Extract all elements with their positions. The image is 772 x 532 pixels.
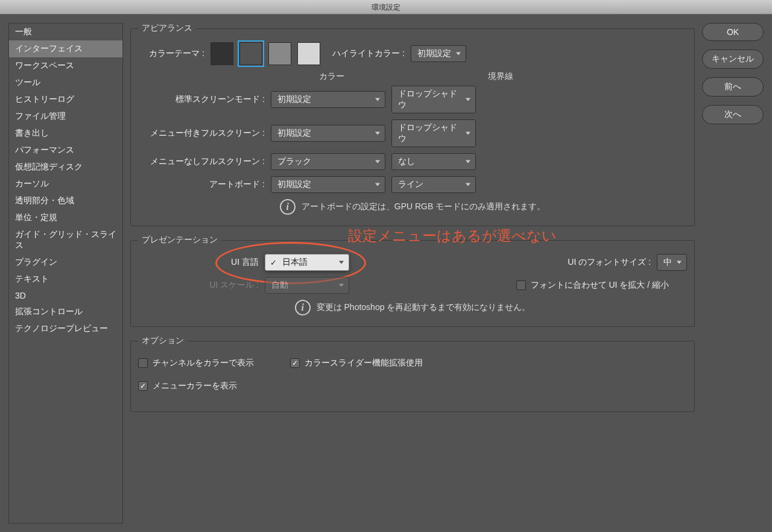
screen-mode-border-select[interactable]: ドロップシャドウ (391, 86, 476, 113)
color-slider-checkbox[interactable]: カラースライダー機能拡張使用 (290, 358, 423, 369)
restart-info-text: 変更は Photoshop を再起動するまで有効になりません。 (317, 302, 531, 313)
sidebar-item[interactable]: パフォーマンス (9, 142, 122, 159)
annotation-text: 設定メニューはあるが選べない (348, 226, 557, 245)
checkbox-icon (138, 381, 148, 391)
sidebar-item[interactable]: ファイル管理 (9, 108, 122, 125)
column-header-border: 境界線 (458, 71, 543, 82)
ok-button[interactable]: OK (702, 23, 764, 41)
sidebar-item[interactable]: ガイド・グリッド・スライス (9, 226, 122, 254)
sidebar-item[interactable]: テキスト (9, 271, 122, 288)
screen-mode-color-select[interactable]: 初期設定 (271, 125, 385, 142)
screen-mode-color-select[interactable]: 初期設定 (271, 176, 385, 193)
screen-mode-border-select[interactable]: ドロップシャドウ (391, 119, 476, 147)
screen-mode-label: アートボード : (138, 179, 265, 190)
presentation-group: プレゼンテーション 設定メニューはあるが選べない UI 言語 日本語 UI のフ… (130, 235, 695, 327)
options-group: オプション チャンネルをカラーで表示 カラースライダー機能拡張使用 メニューカラ… (130, 335, 695, 412)
ui-font-size-select[interactable]: 中 (657, 254, 687, 271)
category-sidebar: 一般インターフェイスワークスペースツールヒストリーログファイル管理書き出しパフォ… (8, 23, 123, 524)
menu-color-checkbox[interactable]: メニューカラーを表示 (138, 381, 237, 391)
sidebar-item[interactable]: 3D (9, 288, 122, 303)
scale-ui-to-font-checkbox[interactable]: フォントに合わせて UI を拡大 / 縮小 (516, 280, 669, 291)
sidebar-item[interactable]: ワークスペース (9, 57, 122, 74)
window-title: 環境設定 (372, 3, 400, 11)
color-theme-swatch[interactable] (210, 42, 233, 65)
sidebar-item[interactable]: ヒストリーログ (9, 91, 122, 108)
channel-color-checkbox[interactable]: チャンネルをカラーで表示 (138, 358, 254, 369)
screen-mode-label: 標準スクリーンモード : (138, 94, 265, 105)
sidebar-item[interactable]: ツール (9, 74, 122, 91)
sidebar-item[interactable]: テクノロジープレビュー (9, 320, 122, 337)
ui-language-label: UI 言語 (138, 257, 259, 268)
info-icon: i (280, 199, 296, 215)
menu-color-label: メニューカラーを表示 (153, 381, 237, 391)
column-header-color: カラー (274, 71, 389, 82)
next-button[interactable]: 次へ (702, 105, 764, 124)
presentation-legend: プレゼンテーション (138, 235, 221, 245)
sidebar-item[interactable]: インターフェイス (9, 40, 122, 57)
ui-scale-select: 自動 (265, 277, 349, 294)
ui-scale-label: UI スケール : (138, 280, 259, 291)
appearance-legend: アピアランス (138, 23, 196, 34)
info-icon: i (295, 300, 311, 315)
color-theme-swatch[interactable] (268, 42, 291, 65)
sidebar-item[interactable]: 透明部分・色域 (9, 192, 122, 209)
artboard-info-text: アートボードの設定は、GPU RGB モードにのみ適用されます。 (302, 201, 545, 212)
screen-mode-color-select[interactable]: ブラック (271, 153, 385, 170)
highlight-color-select[interactable]: 初期設定 (411, 45, 466, 62)
prev-button[interactable]: 前へ (702, 77, 764, 97)
options-legend: オプション (138, 335, 188, 346)
screen-mode-label: メニュー付きフルスクリーン : (138, 128, 265, 139)
sidebar-item[interactable]: プラグイン (9, 254, 122, 271)
screen-mode-label: メニューなしフルスクリーン : (138, 156, 265, 167)
color-theme-label: カラーテーマ : (138, 48, 204, 59)
screen-mode-border-select[interactable]: なし (391, 153, 476, 170)
sidebar-item[interactable]: 単位・定規 (9, 209, 122, 226)
checkbox-icon (138, 358, 148, 368)
color-slider-label: カラースライダー機能拡張使用 (305, 358, 423, 369)
scale-ui-to-font-label: フォントに合わせて UI を拡大 / 縮小 (531, 280, 669, 291)
ui-font-size-label: UI のフォントサイズ : (568, 257, 651, 268)
color-theme-swatch[interactable] (239, 42, 262, 65)
color-theme-swatch[interactable] (297, 42, 320, 65)
appearance-group: アピアランス カラーテーマ : ハイライトカラー : 初期設定 カラー 境界線 … (130, 23, 695, 226)
screen-mode-color-select[interactable]: 初期設定 (271, 91, 385, 108)
sidebar-item[interactable]: 書き出し (9, 125, 122, 142)
sidebar-item[interactable]: 一般 (9, 24, 122, 40)
title-bar: 環境設定 (0, 0, 772, 14)
ui-language-select[interactable]: 日本語 (265, 254, 349, 271)
channel-color-label: チャンネルをカラーで表示 (153, 358, 254, 369)
screen-mode-border-select[interactable]: ライン (391, 176, 476, 193)
cancel-button[interactable]: キャンセル (702, 49, 764, 69)
sidebar-item[interactable]: 仮想記憶ディスク (9, 159, 122, 176)
sidebar-item[interactable]: カーソル (9, 176, 122, 192)
checkbox-icon (290, 358, 300, 368)
highlight-color-label: ハイライトカラー : (332, 48, 405, 59)
checkbox-icon (516, 280, 526, 290)
sidebar-item[interactable]: 拡張コントロール (9, 303, 122, 320)
